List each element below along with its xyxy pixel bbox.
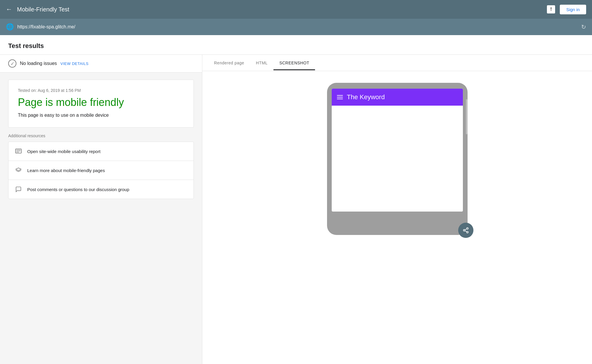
svg-point-6 bbox=[466, 231, 468, 233]
resources-card: Open site-wide mobile usability report L… bbox=[8, 142, 194, 199]
screenshot-content: The Keyword bbox=[202, 71, 592, 364]
tested-on-label: Tested on: Aug 6, 2019 at 1:56 PM bbox=[18, 88, 184, 93]
tab-screenshot[interactable]: SCREENSHOT bbox=[273, 56, 315, 70]
globe-icon: 🌐 bbox=[6, 23, 14, 31]
app-title: Mobile-Friendly Test bbox=[17, 6, 547, 13]
feedback-icon: ! bbox=[547, 5, 555, 13]
result-card: Tested on: Aug 6, 2019 at 1:56 PM Page i… bbox=[8, 80, 194, 128]
url-bar: 🌐 https://fixable-spa.glitch.me/ ↻ bbox=[0, 19, 592, 35]
usability-report-icon bbox=[14, 147, 23, 155]
additional-resources-section: Additional resources Open site-wide mobi… bbox=[0, 133, 202, 199]
refresh-icon[interactable]: ↻ bbox=[581, 23, 586, 30]
two-panel-layout: ✓ No loading issues VIEW DETAILS Tested … bbox=[0, 55, 592, 364]
phone-header-bar: The Keyword bbox=[332, 89, 463, 106]
sign-in-button[interactable]: Sign in bbox=[560, 5, 586, 14]
svg-point-4 bbox=[466, 228, 468, 229]
list-item[interactable]: Open site-wide mobile usability report bbox=[8, 142, 194, 161]
test-results-header: Test results bbox=[0, 35, 592, 54]
left-panel: ✓ No loading issues VIEW DETAILS Tested … bbox=[0, 55, 202, 364]
back-button[interactable]: ← bbox=[6, 6, 12, 13]
discussion-group-icon bbox=[14, 185, 23, 193]
back-icon: ← bbox=[6, 6, 12, 13]
hamburger-line-2 bbox=[337, 97, 343, 97]
list-item[interactable]: Learn more about mobile-friendly pages bbox=[8, 161, 194, 180]
tab-html[interactable]: HTML bbox=[250, 56, 273, 70]
no-loading-label: No loading issues bbox=[20, 61, 57, 66]
check-circle-icon: ✓ bbox=[8, 59, 16, 68]
page-title: Test results bbox=[8, 42, 584, 50]
view-details-link[interactable]: VIEW DETAILS bbox=[60, 61, 88, 66]
svg-line-7 bbox=[465, 231, 466, 232]
right-panel-tabs: Rendered page HTML SCREENSHOT bbox=[202, 55, 592, 71]
hamburger-line-3 bbox=[337, 99, 343, 99]
phone-mockup: The Keyword bbox=[327, 83, 468, 235]
mobile-friendly-title: Page is mobile friendly bbox=[18, 96, 184, 109]
top-nav: ← Mobile-Friendly Test ! Sign in bbox=[0, 0, 592, 19]
phone-body-content bbox=[332, 106, 463, 199]
phone-screen: The Keyword bbox=[332, 89, 463, 212]
hamburger-line-1 bbox=[337, 95, 343, 96]
tab-rendered-page[interactable]: Rendered page bbox=[208, 56, 250, 70]
usability-report-label: Open site-wide mobile usability report bbox=[27, 149, 100, 154]
status-bar: ✓ No loading issues VIEW DETAILS bbox=[0, 55, 202, 73]
learn-more-label: Learn more about mobile-friendly pages bbox=[27, 168, 105, 173]
feedback-button[interactable]: ! bbox=[547, 5, 555, 13]
additional-resources-title: Additional resources bbox=[8, 133, 194, 138]
mobile-friendly-description: This page is easy to use on a mobile dev… bbox=[18, 113, 184, 118]
right-panel: Rendered page HTML SCREENSHOT The Keywor… bbox=[202, 55, 592, 364]
url-input[interactable]: https://fixable-spa.glitch.me/ bbox=[17, 24, 578, 30]
svg-point-5 bbox=[463, 229, 465, 231]
discussion-group-label: Post comments or questions to our discus… bbox=[27, 187, 129, 192]
svg-line-8 bbox=[465, 229, 466, 230]
learn-more-icon bbox=[14, 166, 23, 174]
hamburger-icon bbox=[337, 95, 343, 99]
list-item[interactable]: Post comments or questions to our discus… bbox=[8, 180, 194, 199]
scrollbar-accent bbox=[466, 99, 468, 134]
share-fab-button[interactable] bbox=[458, 223, 473, 238]
phone-site-title: The Keyword bbox=[347, 93, 385, 101]
